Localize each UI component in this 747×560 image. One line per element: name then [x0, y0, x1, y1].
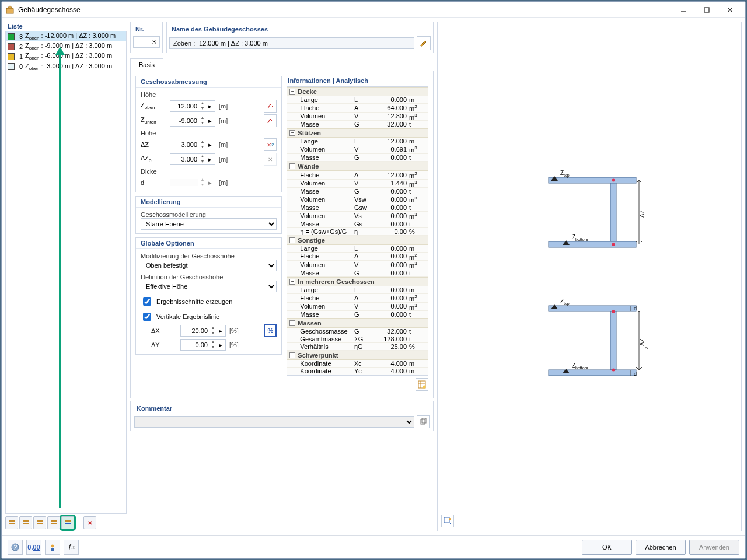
- svg-rect-36: [610, 312, 616, 370]
- list-tool-5-highlighted[interactable]: [61, 516, 74, 529]
- list-item[interactable]: 1Zoben : -6.000 m | ΔZ : 3.000 m: [6, 51, 126, 61]
- svg-point-38: [612, 310, 615, 313]
- label-hohe2: Höhe: [141, 130, 277, 136]
- tree-row: GeschossmasseG32.000t: [287, 328, 428, 335]
- svg-rect-13: [51, 523, 57, 524]
- svg-rect-15: [65, 523, 71, 524]
- close-button[interactable]: [718, 2, 742, 18]
- zoben-input[interactable]: [170, 103, 198, 110]
- apply-button[interactable]: Anwenden: [689, 540, 739, 555]
- name-label: Name des Gebäudegeschosses: [169, 24, 431, 34]
- tree-row: FlächeA0.000m2: [287, 294, 428, 303]
- dz-tool-button[interactable]: ✕2: [264, 138, 277, 151]
- tree-row: LängeL0.000m: [287, 96, 428, 104]
- zunten-input[interactable]: [170, 117, 198, 124]
- dz-input[interactable]: [170, 141, 198, 148]
- tree-row: FlächeA0.000m2: [287, 253, 428, 261]
- tree-row: LängeL0.000m: [287, 286, 428, 294]
- minimize-button[interactable]: [672, 2, 695, 18]
- tree-row: MasseG32.000t: [287, 121, 428, 128]
- tree-row: MasseGsw0.000t: [287, 204, 428, 212]
- svg-rect-23: [610, 183, 616, 242]
- name-input[interactable]: [169, 37, 414, 49]
- tab-basis[interactable]: Basis: [130, 58, 163, 71]
- storey-diagram: Ztop Zbottom ΔZ Ztop Zbottom: [525, 148, 654, 405]
- model-title: Modellierung: [136, 197, 281, 208]
- dy-input[interactable]: [181, 341, 209, 348]
- label-dicke: Dicke: [141, 168, 277, 175]
- list-item[interactable]: 3Zoben : -12.000 m | ΔZ : 3.000 m: [6, 32, 126, 41]
- tree-row: MasseG0.000t: [287, 188, 428, 195]
- tree-group[interactable]: −Stützen: [287, 128, 428, 138]
- nr-label: Nr.: [133, 24, 160, 34]
- label-hohe1: Höhe: [141, 91, 277, 98]
- list-item[interactable]: 0Zoben : -3.000 m | ΔZ : 3.000 m: [6, 62, 126, 72]
- percent-button[interactable]: %: [264, 324, 277, 337]
- comment-copy-button[interactable]: [417, 415, 430, 428]
- svg-text:top: top: [564, 173, 570, 178]
- footer-units-button[interactable]: 0.00: [26, 540, 41, 555]
- svg-rect-35: [549, 306, 636, 312]
- list-item[interactable]: 2Zoben : -9.000 m | ΔZ : 3.000 m: [6, 41, 126, 51]
- maximize-button[interactable]: [695, 2, 718, 18]
- delete-button[interactable]: ✕: [83, 516, 96, 529]
- pick-zunten-button[interactable]: [264, 114, 277, 127]
- svg-rect-3: [704, 8, 709, 12]
- list-tool-2[interactable]: [19, 516, 32, 529]
- titlebar: Gebäudegeschosse: [2, 2, 745, 18]
- chk-vertical[interactable]: Vertikale Ergebnislinie: [141, 311, 277, 323]
- global-label2: Definition der Geschosshöhe: [141, 274, 277, 281]
- preview-tool-button[interactable]: [441, 514, 454, 527]
- dz0-input[interactable]: [170, 156, 198, 163]
- svg-rect-10: [37, 520, 43, 522]
- tree-group[interactable]: −Sonstige: [287, 236, 428, 245]
- svg-text:?: ?: [13, 544, 17, 551]
- tree-row: MasseG0.000t: [287, 154, 428, 162]
- global-select2[interactable]: Effektive Höhe: [141, 281, 277, 292]
- svg-point-26: [612, 243, 615, 246]
- cancel-button[interactable]: Abbrechen: [636, 540, 686, 555]
- svg-rect-7: [9, 523, 15, 524]
- ok-button[interactable]: OK: [582, 540, 632, 555]
- dx-input[interactable]: [181, 327, 209, 334]
- pick-zoben-button[interactable]: [264, 100, 277, 113]
- footer-person-button[interactable]: [45, 540, 60, 555]
- tree-group[interactable]: −Wände: [287, 162, 428, 171]
- preview-pane: Ztop Zbottom ΔZ Ztop Zbottom: [437, 22, 742, 531]
- tree-group[interactable]: −Decke: [287, 87, 428, 96]
- list-tool-1[interactable]: [5, 516, 18, 529]
- global-title: Globale Optionen: [136, 238, 281, 249]
- tree-row: MasseGs0.000t: [287, 220, 428, 228]
- chk-results[interactable]: Ergebnisschnitte erzeugen: [141, 296, 277, 307]
- footer-fx-button[interactable]: ƒ𝑥: [64, 540, 79, 555]
- svg-rect-0: [6, 9, 13, 13]
- comment-input[interactable]: [134, 416, 414, 428]
- global-select1[interactable]: Oben befestigt: [141, 260, 277, 271]
- tree-row: VolumenVs0.000m3: [287, 212, 428, 220]
- tree-row: GesamtmasseΣG128.000t: [287, 335, 428, 343]
- tree-group[interactable]: −Schwerpunkt: [287, 351, 428, 360]
- tree-row: MasseG0.000t: [287, 270, 428, 277]
- svg-rect-58: [51, 548, 54, 551]
- svg-text:bottom: bottom: [575, 237, 588, 242]
- info-title: Informationen | Analytisch: [287, 76, 428, 86]
- tree-group[interactable]: −In mehreren Geschossen: [287, 277, 428, 286]
- model-select[interactable]: Starre Ebene: [141, 218, 277, 230]
- tree-group[interactable]: −Massen: [287, 318, 428, 328]
- svg-point-39: [612, 369, 615, 372]
- tree-row: η = (Gsw+Gs)/Gη0.00%: [287, 228, 428, 236]
- footer-help-button[interactable]: ?: [8, 540, 23, 555]
- svg-rect-22: [549, 177, 636, 183]
- svg-rect-6: [9, 520, 15, 522]
- tree-row: LängeL0.000m: [287, 245, 428, 253]
- tree-row: FlächeA64.000m2: [287, 104, 428, 113]
- svg-text:ΔZ: ΔZ: [639, 338, 645, 346]
- list-tool-4[interactable]: [47, 516, 60, 529]
- tree-row: VolumenV1.440m3: [287, 180, 428, 188]
- name-edit-button[interactable]: [417, 36, 431, 50]
- export-table-button[interactable]: [416, 378, 428, 391]
- dz0-tool-button: ✕: [264, 153, 277, 166]
- list-tool-3[interactable]: [33, 516, 46, 529]
- tree-row: VolumenVsw0.000m3: [287, 195, 428, 204]
- dims-title: Geschossabmessung: [136, 76, 281, 88]
